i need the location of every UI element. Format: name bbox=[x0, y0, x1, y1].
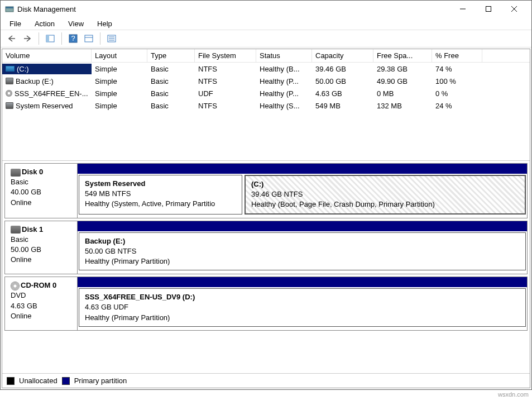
col-percent-free[interactable]: % Free bbox=[432, 49, 482, 62]
volume-list-header: Volume Layout Type File System Status Ca… bbox=[2, 49, 530, 63]
partition-status: Healthy (Boot, Page File, Crash Dump, Pr… bbox=[251, 200, 435, 208]
volume-layout-cell: Simple bbox=[92, 76, 147, 87]
partition-block[interactable]: SSS_X64FREE_EN-US_DV9 (D:)4.63 GB UDFHea… bbox=[79, 288, 526, 327]
disk-name: CD-ROM 0 bbox=[21, 281, 56, 289]
volume-name-cell: Backup (E:) bbox=[2, 76, 92, 87]
volume-fs-cell: NTFS bbox=[195, 76, 256, 87]
minimize-button[interactable] bbox=[450, 1, 476, 17]
volume-pct-cell: 24 % bbox=[432, 101, 482, 111]
col-capacity[interactable]: Capacity bbox=[312, 49, 373, 62]
volume-free-cell: 0 MB bbox=[373, 88, 432, 99]
volume-capacity-cell: 50.00 GB bbox=[312, 76, 373, 87]
toolbar: ? bbox=[1, 30, 531, 47]
volume-free-cell: 132 MB bbox=[373, 101, 432, 111]
legend-label-primary: Primary partition bbox=[74, 377, 127, 385]
partition-status: Healthy (System, Active, Primary Partiti… bbox=[85, 199, 215, 208]
maximize-button[interactable] bbox=[476, 1, 501, 17]
disk-state: Online bbox=[11, 198, 32, 207]
col-volume[interactable]: Volume bbox=[2, 49, 92, 62]
partition-title: Backup (E:) bbox=[85, 237, 125, 245]
help-button[interactable]: ? bbox=[66, 32, 80, 45]
volume-row[interactable]: (C:)SimpleBasicNTFSHealthy (B...39.46 GB… bbox=[2, 63, 530, 75]
titlebar: Disk Management bbox=[1, 1, 531, 17]
volume-type-cell: Basic bbox=[147, 88, 195, 99]
disk-size: 4.63 GB bbox=[11, 302, 37, 310]
volume-free-cell: 29.38 GB bbox=[373, 64, 432, 74]
volume-capacity-cell: 39.46 GB bbox=[312, 64, 373, 74]
volume-pct-cell: 100 % bbox=[432, 76, 482, 87]
col-filesystem[interactable]: File System bbox=[195, 49, 256, 62]
volume-row[interactable]: System ReservedSimpleBasicNTFSHealthy (S… bbox=[2, 99, 530, 112]
disk-kind: DVD bbox=[11, 291, 26, 299]
volume-name-cell: (C:) bbox=[2, 64, 92, 74]
partition-title: (C:) bbox=[251, 180, 263, 188]
volume-status-cell: Healthy (B... bbox=[256, 64, 312, 74]
volume-capacity-cell: 549 MB bbox=[312, 101, 373, 111]
disk-label-panel[interactable]: CD-ROM 0DVD4.63 GBOnline bbox=[5, 277, 78, 330]
window-title: Disk Management bbox=[17, 5, 450, 13]
volume-row[interactable]: SSS_X64FREE_EN-...SimpleBasicUDFHealthy … bbox=[2, 87, 530, 99]
col-free-space[interactable]: Free Spa... bbox=[373, 49, 432, 62]
back-button[interactable] bbox=[5, 32, 18, 45]
svg-rect-3 bbox=[486, 7, 491, 12]
legend-swatch-unallocated bbox=[7, 377, 15, 385]
volume-icon bbox=[6, 66, 15, 72]
disk-label-panel[interactable]: Disk 0Basic40.00 GBOnline bbox=[5, 164, 78, 218]
disk-size: 50.00 GB bbox=[11, 245, 41, 254]
volume-layout-cell: Simple bbox=[92, 64, 147, 74]
volume-status-cell: Healthy (P... bbox=[256, 76, 312, 87]
partition-block[interactable]: Backup (E:)50.00 GB NTFSHealthy (Primary… bbox=[79, 232, 526, 271]
disk-color-bar bbox=[78, 221, 527, 231]
disk-partitions-area: Backup (E:)50.00 GB NTFSHealthy (Primary… bbox=[78, 221, 527, 274]
volume-list[interactable]: Volume Layout Type File System Status Ca… bbox=[2, 49, 530, 161]
disk-management-icon bbox=[5, 4, 14, 13]
disk-kind: Basic bbox=[11, 178, 28, 186]
volume-type-cell: Basic bbox=[147, 76, 195, 87]
menu-file[interactable]: File bbox=[5, 18, 26, 29]
list-view-button[interactable] bbox=[105, 32, 118, 45]
disk-name: Disk 0 bbox=[22, 168, 43, 176]
volume-type-cell: Basic bbox=[147, 101, 195, 111]
menu-help[interactable]: Help bbox=[93, 18, 117, 29]
menu-action[interactable]: Action bbox=[30, 18, 59, 29]
disk-state: Online bbox=[11, 312, 32, 320]
volume-icon bbox=[6, 78, 13, 84]
svg-rect-1 bbox=[6, 7, 13, 8]
properties-button[interactable] bbox=[82, 32, 95, 45]
volume-fs-cell: NTFS bbox=[195, 64, 256, 74]
partition-size: 4.63 GB UDF bbox=[85, 303, 128, 311]
volume-layout-cell: Simple bbox=[92, 88, 147, 99]
volume-name-cell: System Reserved bbox=[2, 101, 92, 111]
legend-label-unallocated: Unallocated bbox=[19, 377, 57, 385]
partition-status: Healthy (Primary Partition) bbox=[85, 257, 170, 265]
partition-block[interactable]: (C:)39.46 GB NTFSHealthy (Boot, Page Fil… bbox=[245, 175, 526, 215]
legend-swatch-primary bbox=[62, 377, 70, 385]
disk-row: Disk 0Basic40.00 GBOnlineSystem Reserved… bbox=[4, 163, 528, 218]
col-type[interactable]: Type bbox=[147, 49, 195, 62]
volume-icon bbox=[6, 102, 13, 109]
col-status[interactable]: Status bbox=[256, 49, 312, 62]
disk-row: CD-ROM 0DVD4.63 GBOnlineSSS_X64FREE_EN-U… bbox=[4, 277, 528, 331]
volume-pct-cell: 74 % bbox=[432, 64, 482, 74]
volume-status-cell: Healthy (S... bbox=[256, 101, 312, 111]
col-layout[interactable]: Layout bbox=[92, 49, 147, 62]
disk-label-panel[interactable]: Disk 1Basic50.00 GBOnline bbox=[5, 221, 78, 274]
disk-color-bar bbox=[78, 164, 527, 174]
disk-graphical-view[interactable]: Disk 0Basic40.00 GBOnlineSystem Reserved… bbox=[2, 161, 530, 373]
partition-block[interactable]: System Reserved549 MB NTFSHealthy (Syste… bbox=[79, 175, 242, 215]
forward-button[interactable] bbox=[21, 32, 34, 45]
svg-text:?: ? bbox=[71, 34, 75, 42]
disk-partitions-area: System Reserved549 MB NTFSHealthy (Syste… bbox=[78, 164, 527, 218]
partition-title: SSS_X64FREE_EN-US_DV9 (D:) bbox=[85, 293, 195, 301]
disk-name: Disk 1 bbox=[22, 225, 43, 234]
toolbar-separator bbox=[100, 32, 100, 45]
show-hide-console-tree-button[interactable] bbox=[44, 32, 57, 45]
close-button[interactable] bbox=[501, 1, 527, 17]
volume-fs-cell: NTFS bbox=[195, 101, 256, 111]
volume-row[interactable]: Backup (E:)SimpleBasicNTFSHealthy (P...5… bbox=[2, 75, 530, 87]
volume-free-cell: 49.90 GB bbox=[373, 76, 432, 87]
menu-view[interactable]: View bbox=[64, 18, 88, 29]
volume-capacity-cell: 4.63 GB bbox=[312, 88, 373, 99]
disk-management-window: Disk Management File Action View Help ? … bbox=[0, 0, 532, 390]
hard-disk-icon bbox=[11, 226, 21, 234]
